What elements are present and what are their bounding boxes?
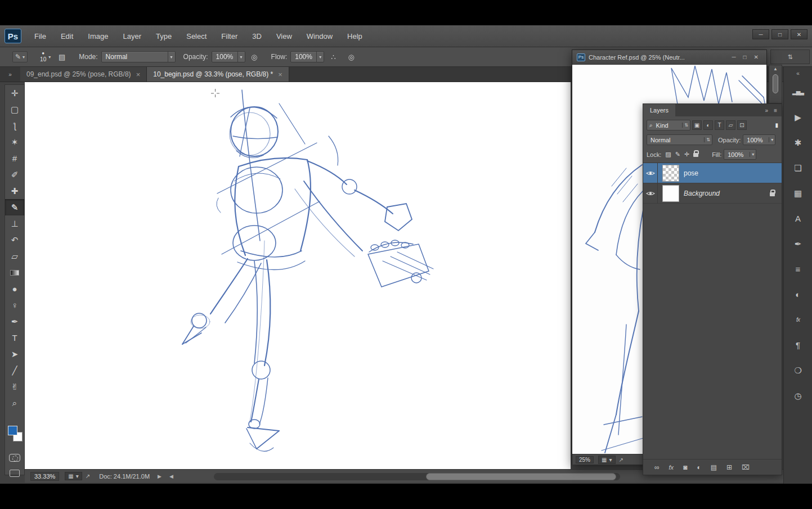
layer-name[interactable]: Background [684, 190, 720, 197]
dock-expand-icon[interactable]: « [796, 67, 800, 79]
3d-panel-icon[interactable]: ❍ [784, 358, 812, 383]
status-play-icon[interactable]: ▶ [158, 474, 161, 479]
filter-type-icon[interactable]: T [715, 120, 724, 130]
layer-fill-select[interactable]: 100% ▾ [724, 149, 756, 160]
layer-thumbnail[interactable] [662, 165, 679, 182]
close-button[interactable]: ✕ [791, 29, 807, 39]
close-icon[interactable]: ✕ [754, 54, 759, 60]
scroll-up-icon[interactable]: ▲ [773, 66, 778, 71]
flow-select[interactable]: 100% ▾ [290, 51, 324, 62]
type-tool[interactable]: T [5, 330, 24, 346]
document-canvas[interactable] [25, 82, 571, 469]
actions-panel-icon[interactable]: ▶ [784, 105, 812, 130]
layers-panel-icon[interactable]: ❏ [784, 155, 812, 181]
pressure-size-icon[interactable]: ◎ [344, 51, 358, 63]
menu-window[interactable]: Window [299, 25, 340, 47]
character-panel-icon[interactable]: A [784, 206, 812, 231]
adjustments-panel-icon[interactable]: ◐ [784, 282, 812, 307]
menu-edit[interactable]: Edit [53, 25, 80, 47]
crop-tool[interactable]: # [5, 150, 24, 166]
kind-filter-select[interactable]: ⌕ Kind ⇅ [647, 120, 690, 130]
layer-name[interactable]: pose [684, 169, 698, 177]
line-tool[interactable]: ╱ [5, 362, 24, 379]
filter-pixel-icon[interactable]: ▣ [692, 120, 702, 130]
menu-type[interactable]: Type [149, 25, 179, 47]
menu-help[interactable]: Help [340, 25, 370, 47]
lock-transparent-icon[interactable]: ▨ [665, 151, 671, 158]
lock-all-icon[interactable] [693, 151, 698, 158]
tool-preset-picker[interactable]: ✎ ▾ [12, 51, 28, 62]
lock-paint-icon[interactable]: ✎ [675, 151, 680, 158]
quick-selection-tool[interactable]: ✶ [5, 134, 24, 150]
layer-row-background[interactable]: Background [643, 183, 782, 204]
healing-brush-tool[interactable]: ✚ [5, 183, 24, 199]
minimize-icon[interactable]: ─ [732, 54, 735, 60]
pressure-opacity-icon[interactable]: ◎ [248, 51, 261, 63]
menu-select[interactable]: Select [179, 25, 214, 47]
clone-stamp-tool[interactable]: ⊥ [5, 215, 24, 232]
hand-tool[interactable]: ✌ [5, 379, 24, 395]
toolbar-collapse-icon[interactable]: » [0, 67, 20, 82]
airbrush-icon[interactable]: ∴ [326, 51, 340, 63]
horizontal-scrollbar-thumb[interactable] [426, 473, 616, 480]
tab-09-end[interactable]: 09_end.psd @ 25% (pose, RGB/8) × [20, 67, 147, 82]
tab-layers[interactable]: Layers [643, 104, 675, 116]
move-tool[interactable]: ✛ [5, 85, 24, 101]
character-ref-titlebar[interactable]: Ps Character Ref.psd @ 25% (Neutr... ─ □… [572, 50, 766, 65]
histogram-panel-icon[interactable]: ▂▅▃ [784, 79, 812, 105]
scroll-left-icon[interactable]: ◀ [169, 474, 173, 479]
timeline-panel-icon[interactable]: ◷ [784, 383, 812, 408]
layer-opacity-select[interactable]: 100% ▾ [743, 134, 775, 145]
opacity-select[interactable]: 100% ▾ [212, 51, 245, 62]
layer-thumbnail[interactable] [662, 185, 679, 202]
color-panel-icon[interactable]: ≡ [784, 256, 812, 282]
lasso-tool[interactable]: ƪ [5, 118, 24, 134]
maximize-icon[interactable]: □ [743, 54, 747, 60]
menu-file[interactable]: File [27, 25, 53, 47]
filter-shape-icon[interactable]: ▱ [726, 120, 735, 130]
gradient-tool[interactable] [5, 264, 24, 281]
options-overflow[interactable]: ⇅ [770, 49, 810, 64]
share-icon[interactable]: ↗ [619, 457, 623, 463]
zoom-tool[interactable]: ⌕ [5, 395, 24, 411]
channels-panel-icon[interactable]: ▦ [784, 181, 812, 206]
delete-layer-icon[interactable]: ⌧ [742, 463, 750, 471]
paths-panel-icon[interactable]: ✒ [784, 231, 812, 256]
layer-style-icon[interactable]: fx [669, 464, 674, 471]
group-layers-icon[interactable]: ▤ [711, 463, 717, 471]
menu-filter[interactable]: Filter [214, 25, 245, 47]
adjustment-layer-icon[interactable]: ◐ [697, 463, 701, 471]
layer-visibility-toggle[interactable] [643, 183, 658, 204]
layer-mask-icon[interactable]: ◙ [683, 463, 687, 471]
layer-row-pose[interactable]: pose [643, 163, 782, 183]
screen-mode-icon[interactable] [10, 470, 20, 477]
toggle-brush-panel-icon[interactable]: ▤ [55, 51, 69, 63]
history-brush-tool[interactable]: ↶ [5, 232, 24, 248]
menu-3d[interactable]: 3D [245, 25, 269, 47]
paragraph-panel-icon[interactable]: ¶ [784, 332, 812, 358]
brush-tool[interactable]: ✎ [5, 199, 24, 215]
brush-presets-panel-icon[interactable]: ✱ [784, 130, 812, 155]
tab-10-begin[interactable]: 10_begin.psd @ 33.3% (pose, RGB/8) * × [147, 67, 289, 82]
layer-blend-mode-select[interactable]: Normal ⇅ [647, 134, 712, 145]
filter-toggle-icon[interactable]: ▮ [775, 122, 778, 128]
vertical-scrollbar-thumb[interactable] [773, 74, 778, 93]
zoom-level-field[interactable]: 33.33% [30, 472, 59, 481]
tab-close-icon[interactable]: × [278, 70, 282, 79]
layer-visibility-toggle[interactable] [643, 163, 658, 183]
pen-tool[interactable]: ✒ [5, 313, 24, 330]
filter-adjustment-icon[interactable]: ◐ [703, 120, 713, 130]
eyedropper-tool[interactable]: ✐ [5, 166, 24, 183]
menu-image[interactable]: Image [80, 25, 115, 47]
styles-panel-icon[interactable]: fx [784, 307, 812, 332]
ref-options-box[interactable]: ▦ ▾ [598, 456, 615, 464]
marquee-tool[interactable]: ▢ [5, 101, 24, 118]
brush-preset-picker[interactable]: ● 10 ▾ [38, 51, 53, 63]
quick-mask-icon[interactable] [9, 454, 20, 462]
ref-zoom-field[interactable]: 25% [576, 456, 594, 463]
menu-layer[interactable]: Layer [116, 25, 149, 47]
maximize-button[interactable]: □ [771, 29, 788, 39]
panel-menu-icon[interactable]: ≡ [774, 107, 777, 114]
new-layer-icon[interactable]: ⊞ [726, 463, 732, 471]
lock-position-icon[interactable]: ✛ [684, 151, 689, 158]
